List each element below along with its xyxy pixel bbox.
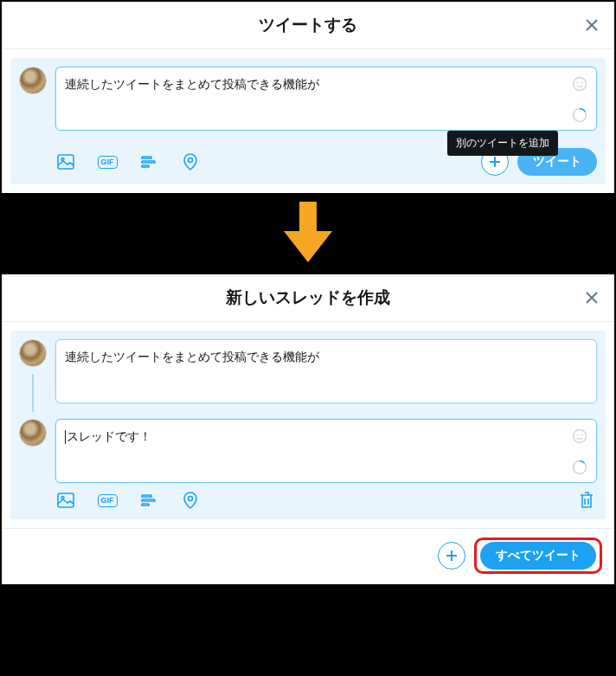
poll-button[interactable] [138, 490, 159, 511]
location-icon [181, 152, 200, 171]
thread-connector [32, 374, 34, 412]
close-icon [584, 290, 600, 306]
dialog-header: 新しいスレッドを作成 [2, 274, 614, 322]
compose-row-2: スレッドです！ [19, 419, 597, 483]
gif-icon: GIF [98, 156, 118, 169]
tweet-text: 連続したツイートをまとめて投稿できる機能が [65, 349, 565, 366]
compose-area: 連続したツイートをまとめて投稿できる機能が スレッドです！ [10, 331, 606, 519]
svg-rect-4 [58, 155, 74, 169]
media-button[interactable] [55, 151, 76, 172]
add-tweet-button[interactable] [438, 542, 465, 570]
media-button[interactable] [55, 490, 76, 511]
tweet-text: スレッドです！ [65, 428, 565, 446]
compose-dialog-single: ツイートする 連続したツイートをまとめて投稿できる機能が 別のツイートを追加 [0, 0, 616, 195]
compose-area: 連続したツイートをまとめて投稿できる機能が 別のツイートを追加 GIF [10, 58, 606, 184]
character-count-icon [572, 107, 587, 123]
svg-point-8 [577, 435, 579, 436]
gif-button[interactable]: GIF [97, 490, 118, 511]
svg-point-13 [189, 497, 193, 501]
character-count-icon [572, 460, 587, 475]
gif-button[interactable]: GIF [97, 151, 118, 172]
dialog-footer: すべてツイート [2, 528, 614, 584]
svg-rect-11 [58, 493, 74, 507]
dialog-title: 新しいスレッドを作成 [16, 286, 600, 309]
location-icon [181, 491, 200, 510]
tweet-textarea-1[interactable]: 連続したツイートをまとめて投稿できる機能が [55, 339, 597, 403]
tweet-text: 連続したツイートをまとめて投稿できる機能が [65, 76, 565, 93]
gif-icon: GIF [98, 494, 118, 507]
down-arrow-icon [280, 202, 336, 262]
compose-dialog-thread: 新しいスレッドを作成 連続したツイートをまとめて投稿できる機能が スレッドです！ [0, 273, 616, 586]
dialog-title: ツイートする [16, 14, 600, 36]
arrow-divider [0, 195, 616, 273]
tweet-all-button[interactable]: すべてツイート [480, 542, 596, 570]
trash-icon [578, 491, 595, 510]
delete-tweet-button[interactable] [576, 490, 597, 511]
svg-point-9 [581, 435, 583, 436]
svg-point-12 [61, 497, 64, 499]
plus-icon [488, 155, 502, 169]
poll-icon [139, 491, 158, 510]
add-tweet-tooltip: 別のツイートを追加 [447, 131, 558, 156]
svg-point-1 [577, 82, 579, 84]
emoji-button[interactable] [572, 76, 587, 92]
image-icon [56, 152, 75, 171]
emoji-button[interactable] [572, 428, 587, 444]
avatar [19, 419, 47, 447]
compose-row: 連続したツイートをまとめて投稿できる機能が 別のツイートを追加 [19, 67, 597, 131]
svg-point-0 [574, 78, 587, 91]
highlight-box: すべてツイート [474, 538, 602, 574]
location-button[interactable] [180, 490, 201, 511]
dialog-header: ツイートする [2, 2, 614, 49]
close-icon [584, 17, 600, 33]
close-button[interactable] [581, 15, 602, 35]
svg-point-7 [574, 430, 587, 443]
svg-point-6 [189, 158, 193, 163]
avatar [19, 339, 47, 367]
poll-button[interactable] [138, 151, 159, 172]
avatar [19, 67, 47, 94]
svg-point-5 [61, 158, 64, 161]
compose-row-1: 連続したツイートをまとめて投稿できる機能が [19, 339, 597, 403]
location-button[interactable] [180, 151, 201, 172]
compose-stack: 連続したツイートをまとめて投稿できる機能が スレッドです！ [19, 339, 597, 483]
tweet-textarea[interactable]: 連続したツイートをまとめて投稿できる機能が 別のツイートを追加 [55, 67, 597, 131]
close-button[interactable] [581, 287, 602, 308]
image-icon [56, 491, 75, 510]
compose-toolbar: GIF [19, 483, 597, 511]
tweet-textarea-2[interactable]: スレッドです！ [55, 419, 597, 483]
plus-icon [445, 549, 459, 563]
svg-point-2 [581, 82, 583, 84]
poll-icon [139, 152, 158, 171]
